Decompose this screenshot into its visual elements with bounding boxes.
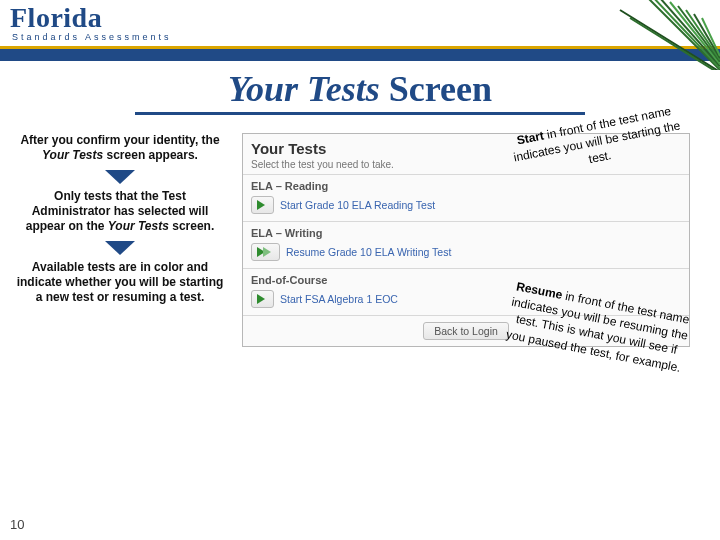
florida-logo: Florida Standards Assessments	[10, 2, 172, 42]
section-ela-reading: ELA – Reading Start Grade 10 ELA Reading…	[243, 174, 689, 221]
left-notes-column: After you confirm your identity, the You…	[10, 133, 230, 347]
test-link[interactable]: Start Grade 10 ELA Reading Test	[280, 199, 435, 211]
test-link[interactable]: Resume Grade 10 ELA Writing Test	[286, 246, 451, 258]
start-button[interactable]	[251, 290, 274, 308]
note-1-post: screen appears.	[103, 148, 198, 162]
down-arrow-icon	[105, 170, 135, 184]
palm-leaves-decoration	[520, 0, 720, 70]
page-number: 10	[10, 517, 24, 532]
play-icon	[257, 294, 265, 304]
test-link[interactable]: Start FSA Algebra 1 EOC	[280, 293, 398, 305]
brand-line2: Standards Assessments	[12, 32, 172, 42]
resume-button[interactable]	[251, 243, 280, 261]
note-1-ital: Your Tests	[42, 148, 103, 162]
note-1-pre: After you confirm your identity, the	[20, 133, 219, 147]
test-row: Resume Grade 10 ELA Writing Test	[251, 243, 681, 261]
title-underline	[135, 112, 585, 115]
note-1: After you confirm your identity, the You…	[15, 133, 225, 163]
note-2-ital: Your Tests	[108, 219, 169, 233]
resume-icon	[263, 247, 271, 257]
slide-header: Florida Standards Assessments	[0, 0, 720, 58]
section-header: End-of-Course	[251, 274, 681, 286]
play-icon	[257, 200, 265, 210]
back-to-login-button[interactable]: Back to Login	[423, 322, 509, 340]
screenshot-panel: Your Tests Select the test you need to t…	[242, 133, 690, 347]
note-3: Available tests are in color and indicat…	[15, 260, 225, 305]
brand-line1: Florida	[10, 2, 172, 34]
title-italic: Your Tests	[228, 69, 380, 109]
down-arrow-icon	[105, 241, 135, 255]
note-2-post: screen.	[169, 219, 214, 233]
slide-title: Your Tests Screen	[0, 68, 720, 115]
note-3-pre: Available tests are in color and indicat…	[17, 260, 224, 304]
test-row: Start Grade 10 ELA Reading Test	[251, 196, 681, 214]
title-rest: Screen	[380, 69, 492, 109]
section-ela-writing: ELA – Writing Resume Grade 10 ELA Writin…	[243, 221, 689, 268]
note-2: Only tests that the Test Administrator h…	[15, 189, 225, 234]
section-header: ELA – Writing	[251, 227, 681, 239]
start-button[interactable]	[251, 196, 274, 214]
section-header: ELA – Reading	[251, 180, 681, 192]
